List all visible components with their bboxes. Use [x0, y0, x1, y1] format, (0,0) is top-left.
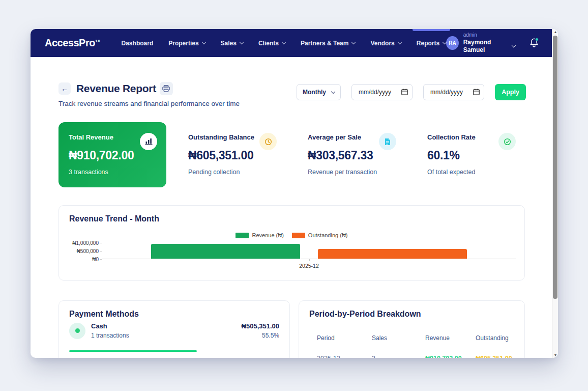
chart-y-axis: ₦1,000,000 ₦500,000 ₦0 — [59, 236, 99, 259]
avatar[interactable]: RA — [446, 36, 458, 50]
report-controls: Monthly Apply — [297, 84, 526, 100]
stat-card-average-per-sale[interactable]: Average per Sale ₦303,567.33 Revenue per… — [298, 122, 405, 187]
desktop-background: AccessPro1.0 Dashboard Properties Sales … — [0, 0, 588, 391]
nav-item-properties[interactable]: Properties — [168, 29, 205, 57]
column-header-outstanding: Outstanding — [476, 334, 517, 342]
stat-value: 60.1% — [427, 149, 515, 162]
table-header-row: Period Sales Revenue Outstanding — [317, 334, 517, 342]
scrollbar-thumb[interactable] — [553, 36, 557, 299]
revenue-trend-card: Revenue Trend - Month Revenue (₦) Outsta… — [58, 205, 525, 281]
chart-plot — [102, 236, 516, 259]
calendar-icon[interactable] — [473, 89, 480, 95]
printer-icon — [162, 85, 170, 92]
nav-item-dashboard[interactable]: Dashboard — [122, 29, 154, 57]
payment-method-dot-icon — [69, 323, 85, 339]
chevron-down-icon — [282, 40, 286, 44]
clock-alert-icon — [259, 133, 277, 150]
y-tick-label: ₦0 — [59, 257, 99, 262]
print-button[interactable] — [160, 82, 173, 95]
active-tab-indicator — [413, 29, 450, 31]
nav-menu: Dashboard Properties Sales Clients Partn… — [122, 29, 447, 57]
y-tick-label: ₦500,000 — [59, 248, 99, 254]
stat-caption: 3 transactions — [69, 169, 156, 176]
payment-methods-title: Payment Methods — [69, 310, 139, 319]
stat-cards: Total Revenue ₦910,702.00 3 transactions… — [58, 122, 525, 187]
nav-item-vendors[interactable]: Vendors — [370, 29, 401, 57]
cell-revenue: ₦910,702.00 — [425, 355, 476, 358]
column-header-sales: Sales — [372, 334, 425, 342]
vertical-scrollbar[interactable]: ▲ ▼ — [552, 29, 558, 358]
chevron-down-icon — [201, 40, 205, 44]
back-button[interactable]: ← — [58, 82, 71, 95]
stat-caption: Of total expected — [427, 169, 515, 176]
y-tick-label: ₦1,000,000 — [59, 240, 99, 246]
nav-item-sales[interactable]: Sales — [221, 29, 243, 57]
bar-chart-icon — [140, 133, 157, 150]
period-breakdown-title: Period-by-Period Breakdown — [309, 310, 421, 319]
nav-item-clients[interactable]: Clients — [258, 29, 285, 57]
y-tick-mark — [100, 259, 102, 260]
stat-value: ₦910,702.00 — [69, 149, 156, 162]
payment-method-amount: ₦505,351.00 — [242, 322, 279, 330]
calendar-icon[interactable] — [401, 89, 408, 95]
chevron-down-icon — [443, 40, 447, 44]
chevron-down-icon — [331, 89, 335, 93]
check-circle-icon — [498, 133, 516, 150]
apply-button[interactable]: Apply — [495, 84, 526, 100]
page-subtitle: Track revenue streams and financial perf… — [58, 100, 240, 107]
user-name[interactable]: Raymond Samuel — [463, 39, 515, 54]
user-role: admin — [463, 32, 515, 39]
stat-value: ₦605,351.00 — [188, 149, 276, 162]
column-header-period: Period — [317, 334, 372, 342]
payment-method-count: 1 transactions — [91, 332, 129, 339]
brand-logo[interactable]: AccessPro1.0 — [45, 37, 100, 49]
x-tick-label: 2025-12 — [102, 263, 516, 269]
chart-bar-1 — [318, 249, 467, 259]
stat-caption: Pending collection — [188, 169, 276, 176]
stat-value: ₦303,567.33 — [308, 149, 395, 162]
page-title: Revenue Report — [76, 82, 156, 95]
page-header: ← Revenue Report Track revenue streams a… — [58, 82, 240, 107]
chart-title: Revenue Trend - Month — [69, 214, 159, 224]
scroll-down-arrow-icon[interactable]: ▼ — [552, 353, 558, 357]
stat-card-total-revenue[interactable]: Total Revenue ₦910,702.00 3 transactions — [58, 122, 166, 187]
x-tick-mark — [309, 259, 310, 261]
chevron-down-icon — [512, 43, 516, 47]
top-navbar: AccessPro1.0 Dashboard Properties Sales … — [31, 29, 552, 57]
stat-card-outstanding-balance[interactable]: Outstanding Balance ₦605,351.00 Pending … — [178, 122, 286, 187]
date-from-wrap — [351, 84, 413, 100]
user-info: admin Raymond Samuel — [463, 32, 515, 54]
app-window: AccessPro1.0 Dashboard Properties Sales … — [31, 29, 558, 358]
date-to-wrap — [423, 84, 484, 100]
cell-period: 2025-12 — [317, 355, 372, 358]
nav-item-reports[interactable]: Reports — [417, 29, 446, 57]
chevron-down-icon — [351, 40, 356, 44]
scroll-up-arrow-icon[interactable]: ▲ — [552, 30, 558, 34]
chart-bar-0 — [151, 244, 300, 259]
cell-sales: 3 — [372, 355, 425, 358]
payment-methods-card: Payment Methods Cash 1 transactions ₦505… — [58, 300, 290, 358]
chevron-down-icon — [240, 40, 244, 44]
period-select[interactable]: Monthly — [297, 84, 341, 100]
chevron-down-icon — [398, 40, 402, 44]
stat-caption: Revenue per transaction — [308, 169, 395, 176]
cell-outstanding: ₦605,351.00 — [476, 355, 517, 358]
payment-method-progress-bar — [69, 350, 197, 352]
receipt-icon — [379, 133, 396, 150]
stat-card-collection-rate[interactable]: Collection Rate 60.1% Of total expected — [417, 122, 525, 187]
payment-method-name: Cash — [91, 322, 129, 330]
notification-badge — [535, 38, 539, 41]
payment-method-row: Cash 1 transactions ₦505,351.00 55.5% — [69, 322, 279, 339]
table-row[interactable]: 2025-12 3 ₦910,702.00 ₦605,351.00 — [317, 355, 517, 358]
payment-method-percent: 55.5% — [242, 332, 279, 339]
notifications-button[interactable] — [530, 38, 539, 49]
brand-version: 1.0 — [95, 39, 100, 43]
period-breakdown-card: Period-by-Period Breakdown Period Sales … — [299, 300, 525, 358]
nav-item-partners-team[interactable]: Partners & Team — [301, 29, 355, 57]
user-menu[interactable]: RA admin Raymond Samuel — [446, 32, 539, 54]
column-header-revenue: Revenue — [425, 334, 476, 342]
